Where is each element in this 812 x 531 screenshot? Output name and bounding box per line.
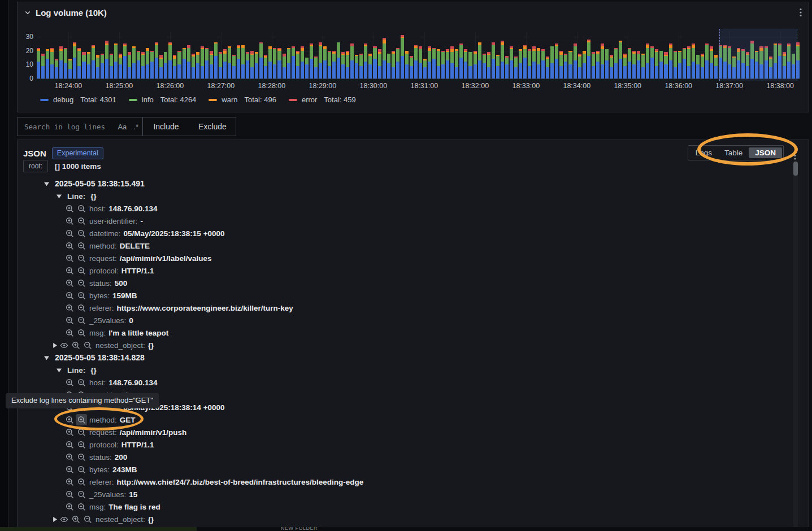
chart-plot[interactable] <box>37 31 799 79</box>
filter-for-value-icon[interactable] <box>64 414 75 425</box>
log-volume-bar <box>405 51 409 79</box>
chart-panel-menu-icon[interactable] <box>800 8 802 17</box>
legend-item-info[interactable]: infoTotal: 4264 <box>129 95 197 104</box>
filter-out-value-icon[interactable] <box>76 302 87 314</box>
legend-item-debug[interactable]: debugTotal: 4301 <box>40 95 116 104</box>
log-field-key: msg: <box>89 329 106 337</box>
filter-for-value-icon[interactable] <box>64 265 75 276</box>
filter-out-value-icon[interactable] <box>76 501 87 512</box>
filter-out-value-icon[interactable] <box>76 290 87 301</box>
collapsed-triangle-icon[interactable] <box>50 342 58 349</box>
root-node-label[interactable]: root: <box>23 160 48 172</box>
filter-for-value-icon[interactable] <box>64 464 75 475</box>
filter-out-value-icon[interactable] <box>76 215 87 227</box>
scrollbar-thumb[interactable] <box>793 162 798 176</box>
filter-out-value-icon[interactable] <box>76 203 87 214</box>
filter-out-value-icon[interactable] <box>76 426 87 438</box>
log-volume-bar <box>514 56 518 79</box>
log-volume-bar <box>332 51 336 79</box>
log-volume-bar <box>619 41 622 79</box>
filter-out-value-icon[interactable] <box>76 228 87 239</box>
filter-for-value-icon[interactable] <box>64 315 75 326</box>
filter-out-value-icon[interactable] <box>82 513 93 525</box>
expand-triangle-icon[interactable] <box>42 355 50 361</box>
log-volume-bar <box>501 41 504 79</box>
filter-for-value-icon[interactable] <box>64 476 75 488</box>
filter-out-value-icon[interactable] <box>76 489 87 500</box>
filter-out-value-icon[interactable] <box>76 240 87 251</box>
filter-out-value-icon[interactable] <box>76 327 87 338</box>
expand-triangle-icon[interactable] <box>55 367 63 373</box>
legend-series-name[interactable]: info <box>142 95 154 104</box>
visibility-eye-icon[interactable] <box>58 340 70 351</box>
expand-triangle-icon[interactable] <box>42 181 50 187</box>
filter-for-value-icon[interactable] <box>64 451 75 463</box>
log-volume-bar <box>232 55 236 79</box>
filter-for-value-icon[interactable] <box>64 302 75 314</box>
log-field-value: GET <box>120 416 136 424</box>
nested-object-row: nested_object:{} <box>18 339 793 351</box>
filter-for-value-icon[interactable] <box>64 501 75 512</box>
filter-out-value-icon[interactable] <box>76 377 87 388</box>
filter-for-value-icon[interactable] <box>64 277 75 289</box>
log-field-row: request:/api/mimir/v1/label/values <box>18 252 793 264</box>
filter-for-value-icon[interactable] <box>70 513 81 525</box>
log-field-value: 159MB <box>112 291 137 300</box>
x-axis-tick: 18:29:00 <box>309 82 337 90</box>
filter-for-value-icon[interactable] <box>64 377 75 388</box>
log-volume-bar <box>419 46 422 79</box>
legend-series-name[interactable]: warn <box>222 95 237 104</box>
collapse-chevron-icon[interactable] <box>24 9 31 16</box>
view-toggle-logs[interactable]: Logs <box>689 147 718 158</box>
legend-series-name[interactable]: debug <box>53 95 73 104</box>
log-volume-bar <box>614 48 618 79</box>
visibility-eye-icon[interactable] <box>58 513 70 525</box>
exclude-button[interactable]: Exclude <box>189 117 236 136</box>
log-volume-bar <box>478 42 481 79</box>
filter-for-value-icon[interactable] <box>64 426 75 438</box>
scrollbar-track[interactable] <box>793 160 798 528</box>
view-toggle-table[interactable]: Table <box>718 147 749 158</box>
legend-item-warn[interactable]: warnTotal: 496 <box>209 95 276 104</box>
collapsed-triangle-icon[interactable] <box>50 516 58 523</box>
include-button[interactable]: Include <box>143 117 189 136</box>
filter-for-value-icon[interactable] <box>64 253 75 264</box>
filter-for-value-icon[interactable] <box>70 340 81 351</box>
legend-item-error[interactable]: errorTotal: 459 <box>289 95 356 104</box>
expand-triangle-icon[interactable] <box>55 193 63 199</box>
filter-for-value-icon[interactable] <box>64 215 75 227</box>
filter-out-value-icon[interactable] <box>82 340 93 351</box>
log-volume-bar <box>359 54 363 79</box>
log-volume-bar <box>373 46 376 79</box>
log-volume-bar <box>155 42 158 79</box>
legend-series-name[interactable]: error <box>302 95 317 104</box>
filter-for-value-icon[interactable] <box>64 228 75 239</box>
log-field-key: protocol: <box>89 267 119 275</box>
filter-for-value-icon[interactable] <box>64 290 75 301</box>
filter-out-value-icon[interactable] <box>76 476 87 488</box>
search-input[interactable] <box>18 123 114 131</box>
filter-out-value-icon[interactable] <box>76 451 87 463</box>
filter-out-value-icon[interactable] <box>76 253 87 264</box>
regex-button[interactable]: .* <box>130 121 142 132</box>
filter-out-value-icon[interactable] <box>76 315 87 326</box>
filter-out-value-icon[interactable] <box>76 464 87 475</box>
filter-for-value-icon[interactable] <box>64 203 75 214</box>
filter-for-value-icon[interactable] <box>64 439 75 450</box>
log-volume-bar <box>605 49 609 79</box>
match-case-button[interactable]: Aa <box>114 121 130 132</box>
filter-for-value-icon[interactable] <box>64 489 75 500</box>
log-volume-bar <box>587 40 590 79</box>
filter-out-value-icon[interactable] <box>76 265 87 276</box>
log-entry-timestamp-row: 2025-05-05 18:38:15.491 <box>18 177 793 190</box>
log-volume-bar <box>455 49 458 79</box>
filter-out-value-icon[interactable] <box>76 414 87 425</box>
filter-out-value-icon[interactable] <box>76 277 87 289</box>
log-field-key: request: <box>89 254 117 263</box>
log-volume-bar <box>114 43 118 79</box>
view-toggle-json[interactable]: JSON <box>749 147 782 158</box>
filter-for-value-icon[interactable] <box>64 240 75 251</box>
log-volume-bar <box>392 51 395 79</box>
filter-out-value-icon[interactable] <box>76 439 87 450</box>
filter-for-value-icon[interactable] <box>64 327 75 338</box>
